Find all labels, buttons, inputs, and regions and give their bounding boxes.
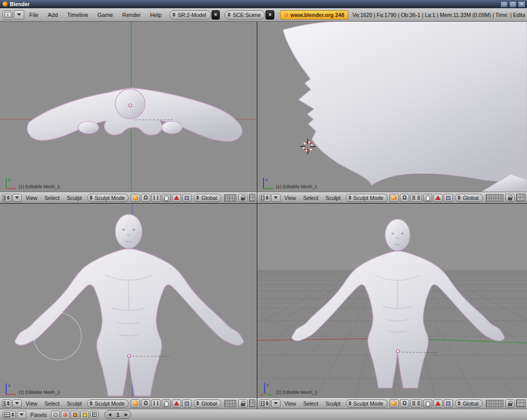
context-scene-button[interactable] (90, 411, 99, 419)
menu-game[interactable]: Game (93, 12, 117, 18)
snap-buttons[interactable] (410, 194, 423, 202)
select-menu[interactable]: Select (41, 195, 63, 201)
chevron-down-icon (17, 13, 21, 16)
lock-button[interactable] (238, 194, 248, 202)
rotate-manipulator-button[interactable] (433, 194, 443, 202)
frame-stepper[interactable]: ◀ 1 ▶ (104, 410, 131, 419)
close-button[interactable]: × (518, 1, 525, 8)
manipulator-toggle-button[interactable] (423, 194, 432, 202)
frame-increment-arrow[interactable]: ▶ (125, 412, 128, 417)
snap-buttons[interactable] (410, 399, 423, 408)
buttons-editor-type-button[interactable] (3, 411, 16, 419)
maximize-button[interactable]: □ (509, 1, 517, 8)
pivot-button[interactable]: Ω (400, 194, 409, 202)
editor-type-button[interactable] (2, 399, 11, 408)
context-shading-button[interactable] (61, 411, 69, 419)
orientation-dropdown[interactable]: Global (194, 399, 221, 408)
layer-buttons[interactable] (224, 194, 236, 202)
draw-type-button[interactable] (131, 194, 140, 202)
header-collapse-button[interactable] (12, 399, 22, 408)
select-menu[interactable]: Select (300, 195, 322, 201)
header-grid-button[interactable] (516, 399, 525, 407)
scale-manipulator-button[interactable] (444, 399, 453, 408)
frame-decrement-arrow[interactable]: ◀ (108, 412, 111, 417)
scene-selector[interactable]: SCE:Scene (224, 10, 265, 20)
layer-buttons[interactable] (224, 400, 236, 407)
panels-menu[interactable]: Panels (27, 412, 50, 418)
editor-type-button[interactable] (259, 399, 270, 408)
scale-manipulator-button[interactable] (444, 194, 453, 202)
draw-type-button[interactable] (390, 399, 399, 408)
rotate-manipulator-button[interactable] (172, 194, 181, 202)
sculpt-menu[interactable]: Sculpt (322, 400, 344, 407)
mode-dropdown[interactable]: Sculpt Mode (87, 194, 129, 202)
snap-buttons[interactable] (151, 399, 161, 408)
header-grid-button[interactable] (249, 399, 255, 407)
header-collapse-button[interactable] (17, 411, 26, 419)
menu-file[interactable]: File (25, 12, 43, 18)
hand-icon (425, 400, 431, 407)
dot-grid-icon (157, 195, 159, 200)
editor-type-button[interactable] (259, 194, 270, 202)
orientation-dropdown[interactable]: Global (455, 194, 482, 202)
menubar-collapse-button[interactable] (14, 10, 24, 20)
select-menu[interactable]: Select (41, 400, 63, 407)
context-editing-button[interactable] (80, 411, 89, 419)
pivot-button[interactable]: Ω (141, 194, 150, 202)
sculpt-menu[interactable]: Sculpt (322, 195, 344, 201)
layer-buttons[interactable] (486, 194, 503, 202)
view-menu[interactable]: View (281, 195, 300, 201)
window-type-button[interactable]: i (3, 10, 13, 20)
header-collapse-button[interactable] (12, 194, 22, 202)
scale-manipulator-button[interactable] (182, 399, 191, 408)
header-grid-button[interactable] (516, 194, 525, 202)
scale-manipulator-button[interactable] (182, 194, 191, 202)
dot-grid-icon (412, 401, 415, 406)
manipulator-toggle-button[interactable] (423, 399, 432, 408)
pivot-button[interactable]: Ω (400, 399, 409, 408)
menu-render[interactable]: Render (117, 12, 145, 18)
viewport-3d-bottom-left[interactable]: z (1) Editable Mesh_1 (0, 204, 257, 397)
context-game-button[interactable] (51, 411, 60, 419)
pivot-button[interactable]: Ω (141, 399, 150, 408)
mode-dropdown[interactable]: Sculpt Mode (346, 194, 388, 202)
scene-delete-button[interactable]: × (266, 10, 274, 20)
manipulator-toggle-button[interactable] (162, 194, 171, 202)
lock-button[interactable] (238, 399, 248, 408)
rotate-manipulator-button[interactable] (172, 399, 181, 408)
mode-dropdown[interactable]: Sculpt Mode (346, 399, 388, 408)
blender-org-link[interactable]: www.blender.org 248 (280, 10, 348, 20)
select-menu[interactable]: Select (300, 400, 322, 407)
menu-help[interactable]: Help (146, 12, 167, 18)
orientation-dropdown[interactable]: Global (194, 194, 221, 202)
draw-type-button[interactable] (390, 194, 399, 202)
mode-dropdown[interactable]: Sculpt Mode (87, 399, 129, 408)
viewport-3d-top-left[interactable]: y (1) Editable Mesh_1 (0, 22, 257, 192)
pivot-icon: Ω (144, 400, 148, 406)
context-object-button[interactable] (71, 411, 79, 419)
view-menu[interactable]: View (281, 400, 300, 407)
draw-type-button[interactable] (131, 399, 140, 408)
screen-selector[interactable]: SR:2-Model (169, 10, 210, 20)
header-collapse-button[interactable] (271, 194, 280, 202)
viewport-3d-bottom-right[interactable]: z (1) Editable Mesh_1 (257, 204, 527, 397)
menu-timeline[interactable]: Timeline (62, 12, 93, 18)
snap-buttons[interactable] (151, 194, 161, 202)
orientation-dropdown[interactable]: Global (455, 399, 482, 408)
viewport-3d-top-right[interactable]: z (1) Editable Mesh_1 (257, 22, 527, 192)
header-collapse-button[interactable] (271, 399, 280, 408)
sculpt-menu[interactable]: Sculpt (63, 195, 85, 201)
manipulator-toggle-button[interactable] (162, 399, 171, 408)
minimize-button[interactable]: ─ (500, 1, 508, 8)
menu-add[interactable]: Add (43, 12, 63, 18)
sculpt-menu[interactable]: Sculpt (63, 400, 85, 407)
lock-button[interactable] (505, 399, 515, 408)
screen-delete-button[interactable]: × (212, 10, 220, 20)
header-grid-button[interactable] (249, 194, 255, 202)
layer-buttons[interactable] (486, 400, 503, 407)
view-menu[interactable]: View (22, 195, 41, 201)
editor-type-button[interactable] (2, 194, 11, 202)
lock-button[interactable] (505, 194, 515, 202)
view-menu[interactable]: View (22, 400, 41, 407)
rotate-manipulator-button[interactable] (433, 399, 443, 408)
